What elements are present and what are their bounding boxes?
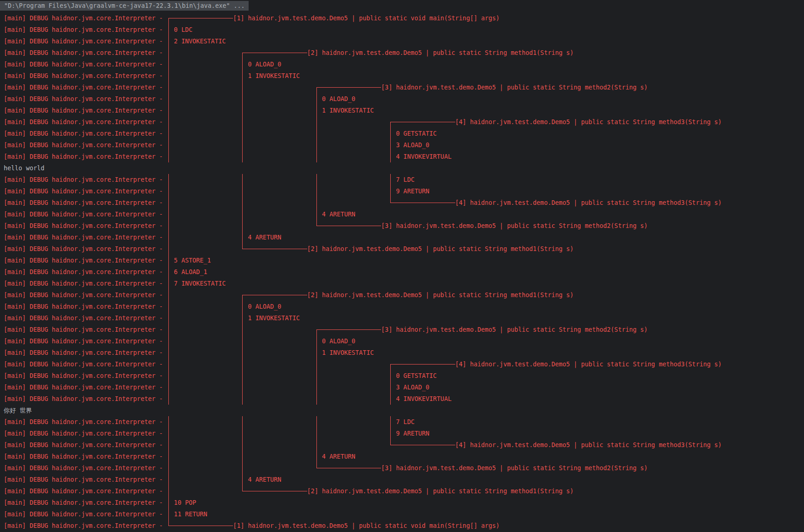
tree-vertical-line [167, 335, 170, 347]
tree-vertical-line [167, 70, 170, 82]
log-line: [main] DEBUG haidnor.jvm.core.Interprete… [4, 12, 804, 24]
log-text [244, 370, 315, 382]
logger-prefix: [main] DEBUG haidnor.jvm.core.Interprete… [4, 139, 167, 151]
log-line: [main] DEBUG haidnor.jvm.core.Interprete… [4, 370, 804, 382]
tree-horizontal-line [270, 47, 274, 59]
tree-horizontal-line [393, 116, 396, 128]
log-text: [4] haidnor.jvm.test.demo.Demo5 | public… [455, 116, 722, 128]
log-text: [1] haidnor.jvm.test.demo.Demo5 | public… [233, 12, 500, 24]
tree-horizontal-line [452, 439, 455, 451]
console-output[interactable]: "D:\Program Files\Java\graalvm-ce-java17… [0, 0, 804, 532]
log-text: 0 ALOAD_0 [244, 59, 281, 70]
log-text [244, 209, 315, 220]
tree-horizontal-line [433, 116, 437, 128]
log-text [318, 439, 388, 451]
tree-vertical-line [241, 70, 244, 82]
tree-horizontal-line [366, 220, 370, 232]
tree-vertical-line [315, 451, 318, 462]
logger-prefix: [main] DEBUG haidnor.jvm.core.Interprete… [4, 151, 167, 162]
tree-horizontal-line [407, 359, 411, 370]
tree-vertical-line [241, 301, 244, 312]
tree-horizontal-line [211, 12, 214, 24]
tree-vertical-line [241, 324, 244, 335]
log-text: [2] haidnor.jvm.test.demo.Demo5 | public… [307, 47, 574, 59]
log-line: [main] DEBUG haidnor.jvm.core.Interprete… [4, 93, 804, 105]
tree-vertical-line [241, 116, 244, 128]
tree-horizontal-line [337, 324, 340, 335]
tree-vertical-line [167, 255, 170, 266]
tree-horizontal-line [326, 82, 329, 93]
tree-horizontal-line [170, 12, 174, 24]
tree-horizontal-line [396, 439, 400, 451]
tree-horizontal-line [196, 12, 200, 24]
log-line: [main] DEBUG haidnor.jvm.core.Interprete… [4, 485, 804, 497]
tree-horizontal-line [214, 520, 218, 532]
tree-horizontal-line [400, 359, 404, 370]
tree-horizontal-line [189, 12, 192, 24]
tree-horizontal-line [437, 359, 441, 370]
log-text: 4 INVOKEVIRTUAL [393, 393, 452, 405]
tree-vertical-line [315, 174, 318, 185]
log-text [170, 474, 240, 485]
logger-prefix: [main] DEBUG haidnor.jvm.core.Interprete… [4, 220, 167, 232]
tree-vertical-line [167, 36, 170, 47]
tree-horizontal-line [418, 116, 422, 128]
tree-horizontal-line [326, 324, 329, 335]
tree-horizontal-line [366, 324, 370, 335]
tree-vertical-line [167, 497, 170, 508]
tree-vertical-line [315, 139, 318, 151]
log-text: 0 ALOAD_0 [244, 301, 281, 312]
logger-prefix: [main] DEBUG haidnor.jvm.core.Interprete… [4, 59, 167, 70]
tree-horizontal-line [355, 324, 359, 335]
tree-horizontal-line [174, 12, 178, 24]
log-line: [main] DEBUG haidnor.jvm.core.Interprete… [4, 301, 804, 312]
tree-vertical-line [241, 93, 244, 105]
log-text: [3] haidnor.jvm.test.demo.Demo5 | public… [381, 220, 648, 232]
log-text [170, 243, 240, 255]
log-text [170, 116, 240, 128]
tree-horizontal-line [333, 462, 337, 474]
tree-vertical-line [315, 151, 318, 162]
tree-horizontal-line [326, 220, 329, 232]
tree-horizontal-line [185, 12, 189, 24]
log-text [170, 485, 240, 497]
tree-vertical-line [167, 485, 170, 497]
tree-horizontal-line [452, 116, 455, 128]
log-text [244, 335, 315, 347]
tree-corner-top [389, 359, 393, 370]
tree-vertical-line [241, 428, 244, 439]
tree-horizontal-line [377, 220, 381, 232]
tree-horizontal-line [226, 520, 229, 532]
log-text [244, 220, 315, 232]
tree-horizontal-line [444, 439, 448, 451]
tree-corner-top [315, 82, 318, 93]
tree-horizontal-line [296, 47, 300, 59]
tree-horizontal-line [248, 243, 252, 255]
logger-prefix: [main] DEBUG haidnor.jvm.core.Interprete… [4, 451, 167, 462]
tree-vertical-line [389, 139, 393, 151]
log-line: [main] DEBUG haidnor.jvm.core.Interprete… [4, 24, 804, 36]
log-text [244, 324, 315, 335]
tree-horizontal-line [259, 289, 263, 301]
log-text [318, 393, 388, 405]
tree-horizontal-line [374, 324, 377, 335]
tree-horizontal-line [333, 82, 337, 93]
tree-horizontal-line [429, 359, 433, 370]
tree-horizontal-line [374, 220, 377, 232]
log-text [170, 47, 240, 59]
log-line: [main] DEBUG haidnor.jvm.core.Interprete… [4, 151, 804, 162]
stdout-line: hello world [4, 162, 804, 174]
log-text [318, 382, 388, 393]
tree-horizontal-line [333, 324, 337, 335]
log-text [318, 428, 388, 439]
log-text [170, 359, 240, 370]
tree-horizontal-line [441, 359, 444, 370]
tree-vertical-line [167, 474, 170, 485]
log-text [170, 93, 240, 105]
tree-vertical-line [315, 116, 318, 128]
tree-horizontal-line [207, 12, 211, 24]
log-line: [main] DEBUG haidnor.jvm.core.Interprete… [4, 82, 804, 93]
logger-prefix: [main] DEBUG haidnor.jvm.core.Interprete… [4, 116, 167, 128]
tree-vertical-line [167, 232, 170, 243]
tree-vertical-line [241, 105, 244, 116]
